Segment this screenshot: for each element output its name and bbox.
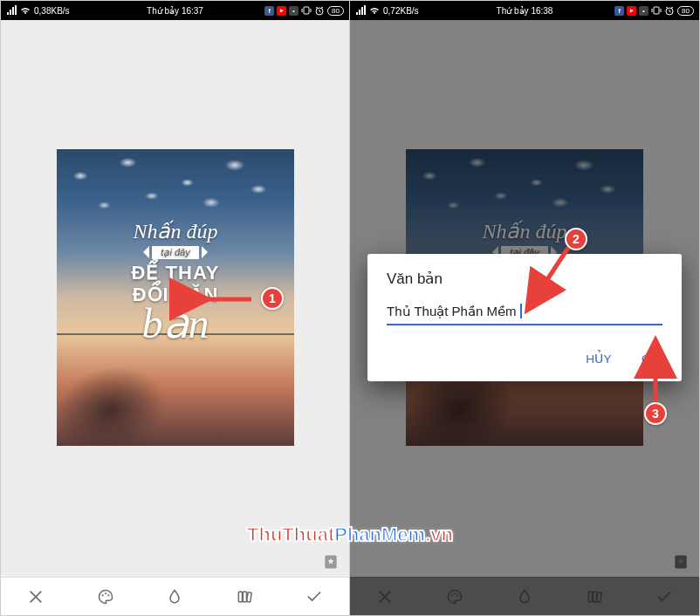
signal-icon [355, 5, 366, 16]
network-speed: 0,38KB/s [34, 6, 70, 16]
svg-rect-0 [304, 7, 309, 14]
watermark-part2: PhanMem [334, 524, 425, 545]
svg-point-4 [105, 592, 106, 594]
svg-rect-12 [675, 556, 686, 569]
youtube-icon: ▸ [277, 6, 286, 16]
svg-point-5 [107, 594, 109, 596]
facebook-icon: f [614, 6, 624, 16]
vibrate-icon [651, 5, 662, 16]
svg-point-14 [454, 592, 456, 594]
status-time: Thứ bảy 16:37 [147, 6, 203, 16]
drop-button[interactable] [507, 579, 542, 614]
status-bar: 0,38KB/s Thứ bảy 16:37 f ▸ • 80 [1, 1, 349, 20]
library-button[interactable] [227, 579, 262, 614]
svg-rect-6 [239, 592, 243, 602]
svg-rect-10 [654, 7, 659, 14]
svg-rect-8 [247, 592, 252, 601]
vibrate-icon [301, 5, 312, 16]
annotation-arrow-1 [197, 289, 258, 313]
dialog-title: Văn bản [387, 270, 662, 288]
bottom-toolbar [350, 577, 699, 615]
svg-point-3 [101, 594, 103, 596]
svg-point-13 [451, 594, 453, 596]
youtube-icon: ▸ [627, 6, 636, 16]
svg-rect-18 [597, 592, 602, 601]
favorite-icon[interactable] [671, 552, 690, 572]
svg-line-19 [541, 248, 568, 289]
battery-indicator: 80 [677, 6, 694, 16]
text-caret [520, 304, 522, 318]
caption-ribbon: tại đây [152, 246, 198, 259]
alarm-icon [664, 5, 675, 16]
watermark-part1: ThuThuat [247, 524, 334, 545]
watermark-part3: .vn [425, 524, 453, 545]
annotation-badge-3: 3 [644, 402, 667, 425]
status-bar: 0,72KB/s Thứ bảy 16:38 f ▸ • 80 [350, 1, 699, 20]
library-button[interactable] [577, 579, 612, 614]
caption-line1: Nhấn đúp [406, 219, 643, 243]
wifi-icon [20, 5, 31, 16]
app-icon: • [289, 6, 299, 16]
bottom-toolbar [1, 577, 349, 615]
favorite-icon[interactable] [321, 552, 340, 572]
annotation-badge-2: 2 [565, 228, 587, 250]
dialog-text-input[interactable] [387, 300, 662, 325]
annotation-arrow-2 [529, 241, 581, 305]
text-input-dialog: Văn bản HỦY OK [367, 254, 682, 381]
facebook-icon: f [264, 6, 274, 16]
text-overlay[interactable]: Nhấn đúp tại đây ĐỂ THAY ĐỔI VĂN bản [57, 219, 294, 342]
svg-rect-17 [593, 592, 596, 602]
battery-indicator: 80 [327, 6, 344, 16]
svg-rect-16 [588, 592, 592, 602]
annotation-badge-1: 1 [261, 287, 284, 310]
palette-button[interactable] [437, 579, 472, 614]
signal-icon [6, 5, 17, 16]
wifi-icon [369, 5, 380, 16]
photo-preview[interactable]: Nhấn đúp tại đây ĐỂ THAY ĐỔI VĂN bản [57, 149, 294, 446]
drop-button[interactable] [157, 579, 192, 614]
close-button[interactable] [18, 579, 53, 614]
network-speed: 0,72KB/s [383, 6, 419, 16]
svg-point-15 [456, 594, 458, 596]
close-button[interactable] [367, 579, 402, 614]
status-time: Thứ bảy 16:38 [497, 6, 553, 16]
svg-rect-7 [244, 592, 247, 602]
palette-button[interactable] [88, 579, 123, 614]
watermark: ThuThuatPhanMem.vn [247, 524, 453, 546]
app-icon: • [639, 6, 649, 16]
dialog-cancel-button[interactable]: HỦY [582, 345, 615, 373]
confirm-button[interactable] [647, 579, 682, 614]
caption-line2a: ĐỂ THAY [57, 262, 294, 284]
alarm-icon [314, 5, 325, 16]
caption-line3: bản [57, 305, 294, 342]
caption-line1: Nhấn đúp [57, 219, 294, 243]
confirm-button[interactable] [297, 579, 332, 614]
